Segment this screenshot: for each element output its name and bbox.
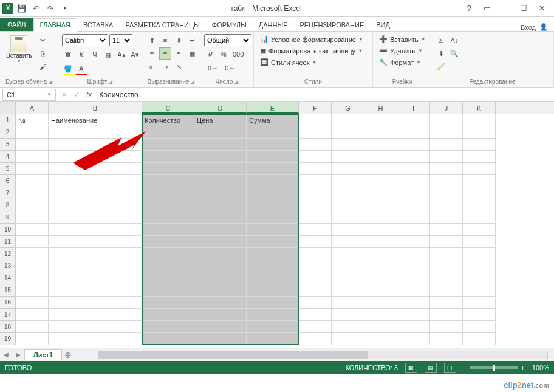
delete-cells-button[interactable]: ➖Удалить▼ bbox=[377, 46, 425, 56]
format-painter-icon[interactable]: 🖌 bbox=[36, 61, 49, 73]
tab-pagelayout[interactable]: РАЗМЕТКА СТРАНИЦЫ bbox=[119, 19, 205, 31]
cell[interactable] bbox=[194, 151, 247, 163]
row-header[interactable]: 4 bbox=[0, 151, 16, 163]
cell[interactable] bbox=[463, 260, 496, 272]
cell[interactable] bbox=[332, 151, 364, 163]
cell[interactable] bbox=[364, 260, 397, 272]
fill-icon[interactable]: ⬇ bbox=[435, 47, 447, 60]
cell[interactable] bbox=[299, 333, 332, 345]
align-middle-icon[interactable]: ≡ bbox=[159, 34, 171, 46]
cell[interactable] bbox=[430, 175, 463, 187]
cell[interactable] bbox=[364, 114, 397, 126]
format-cells-button[interactable]: 🔧Формат▼ bbox=[377, 57, 423, 67]
cell[interactable] bbox=[299, 175, 332, 187]
cell[interactable] bbox=[299, 163, 332, 175]
cell[interactable] bbox=[142, 272, 194, 284]
cell[interactable] bbox=[397, 236, 430, 248]
cell[interactable] bbox=[463, 163, 496, 175]
minimize-icon[interactable]: — bbox=[497, 2, 514, 15]
cell[interactable] bbox=[332, 333, 364, 345]
cell[interactable] bbox=[364, 199, 397, 211]
cell[interactable] bbox=[332, 309, 364, 321]
cancel-formula-icon[interactable]: ✕ bbox=[58, 91, 70, 99]
cell[interactable] bbox=[299, 224, 332, 236]
zoom-slider[interactable]: −+ bbox=[463, 364, 525, 371]
cell[interactable] bbox=[142, 236, 194, 248]
cell[interactable] bbox=[247, 236, 299, 248]
row-header[interactable]: 18 bbox=[0, 321, 16, 333]
cell[interactable] bbox=[430, 126, 463, 139]
cell[interactable] bbox=[397, 284, 430, 297]
horizontal-scrollbar[interactable] bbox=[98, 351, 548, 359]
italic-button[interactable]: К bbox=[75, 49, 87, 61]
cell[interactable] bbox=[364, 175, 397, 187]
cell[interactable] bbox=[299, 187, 332, 199]
cell[interactable]: Сумма bbox=[247, 114, 299, 126]
copy-icon[interactable]: ⎘ bbox=[36, 47, 49, 60]
dialog-launcher-icon[interactable]: ◢ bbox=[49, 79, 52, 84]
ribbon-options-icon[interactable]: ▭ bbox=[479, 2, 496, 15]
cell[interactable] bbox=[332, 187, 364, 199]
cell[interactable] bbox=[299, 248, 332, 260]
paste-button[interactable]: Вставить ▼ bbox=[4, 34, 34, 64]
cell[interactable]: Цена bbox=[194, 114, 247, 126]
view-pagebreak-icon[interactable]: ◫ bbox=[444, 363, 456, 373]
percent-icon[interactable]: % bbox=[217, 48, 230, 60]
column-header[interactable]: A bbox=[16, 102, 49, 114]
column-header[interactable]: B bbox=[49, 102, 142, 114]
cell[interactable] bbox=[430, 139, 463, 151]
cell[interactable] bbox=[364, 272, 397, 284]
cell[interactable] bbox=[16, 199, 49, 211]
cell[interactable] bbox=[247, 163, 299, 175]
cell[interactable] bbox=[16, 260, 49, 272]
cell[interactable] bbox=[194, 163, 247, 175]
row-header[interactable]: 1 bbox=[0, 114, 16, 126]
undo-icon[interactable]: ↶ bbox=[29, 2, 43, 15]
cell[interactable] bbox=[142, 211, 194, 224]
cell[interactable] bbox=[332, 224, 364, 236]
cell[interactable] bbox=[332, 272, 364, 284]
formula-input[interactable]: Количество bbox=[95, 91, 554, 99]
cell[interactable] bbox=[397, 260, 430, 272]
column-header[interactable]: D bbox=[194, 102, 247, 114]
save-icon[interactable]: 💾 bbox=[15, 2, 28, 15]
format-as-table-button[interactable]: ▦Форматировать как таблицу▼ bbox=[258, 46, 365, 56]
number-format-select[interactable]: Общий bbox=[204, 34, 251, 46]
cell[interactable] bbox=[463, 211, 496, 224]
cell[interactable] bbox=[299, 151, 332, 163]
row-header[interactable]: 17 bbox=[0, 309, 16, 321]
row-header[interactable]: 15 bbox=[0, 284, 16, 297]
cell[interactable] bbox=[430, 248, 463, 260]
cell[interactable] bbox=[247, 211, 299, 224]
cell[interactable] bbox=[397, 211, 430, 224]
inc-decimal-icon[interactable]: .0→ bbox=[204, 62, 220, 74]
cell[interactable] bbox=[49, 248, 142, 260]
maximize-icon[interactable]: ☐ bbox=[515, 2, 532, 15]
tab-home[interactable]: ГЛАВНАЯ bbox=[33, 18, 77, 32]
conditional-formatting-button[interactable]: 📊Условное форматирование▼ bbox=[258, 34, 366, 44]
cell[interactable] bbox=[49, 260, 142, 272]
tab-data[interactable]: ДАННЫЕ bbox=[253, 19, 294, 31]
cell[interactable] bbox=[430, 309, 463, 321]
cell[interactable] bbox=[463, 272, 496, 284]
cell[interactable] bbox=[364, 309, 397, 321]
cell[interactable] bbox=[463, 175, 496, 187]
column-header[interactable]: J bbox=[430, 102, 463, 114]
align-left-icon[interactable]: ≡ bbox=[146, 47, 158, 60]
cell[interactable] bbox=[16, 236, 49, 248]
row-header[interactable]: 16 bbox=[0, 297, 16, 309]
cell[interactable] bbox=[16, 309, 49, 321]
cell[interactable] bbox=[142, 284, 194, 297]
cell[interactable] bbox=[332, 114, 364, 126]
cell[interactable] bbox=[364, 297, 397, 309]
cell[interactable] bbox=[332, 211, 364, 224]
cell[interactable] bbox=[463, 333, 496, 345]
align-top-icon[interactable]: ⬆ bbox=[146, 34, 158, 46]
currency-icon[interactable]: ₽ bbox=[204, 48, 216, 60]
row-header[interactable]: 2 bbox=[0, 126, 16, 139]
cell[interactable] bbox=[364, 211, 397, 224]
font-name-select[interactable]: Calibri bbox=[62, 34, 108, 46]
cell[interactable] bbox=[142, 224, 194, 236]
cell[interactable] bbox=[49, 284, 142, 297]
wrap-text-icon[interactable]: ↩ bbox=[186, 34, 198, 46]
